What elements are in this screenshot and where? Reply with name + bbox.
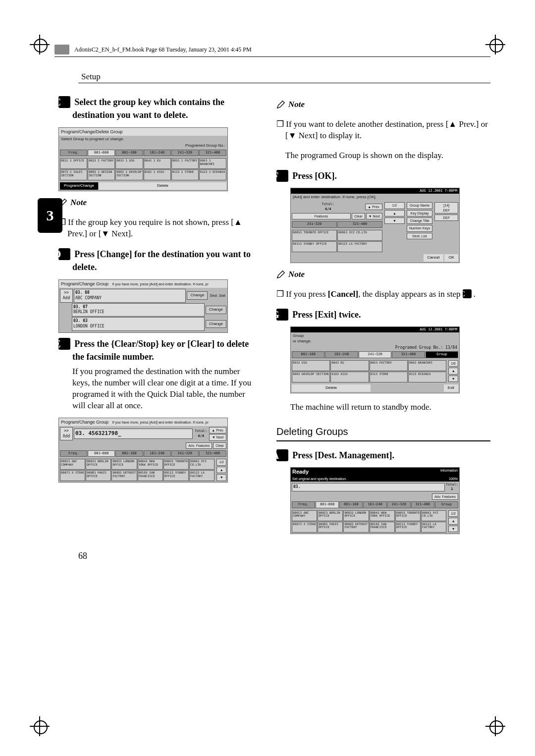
lcd5-cell[interactable]: 0033 USA (292, 360, 330, 371)
lcd4-down-button[interactable]: ▼ (384, 217, 405, 224)
lcd5-cell[interactable]: 0103 ASIA (330, 372, 369, 382)
lcd6-tab[interactable]: 161~240 (363, 501, 386, 508)
lcd3-cell[interactable]: 00123 LA FACTORY (189, 470, 214, 481)
lcd1-cell[interactable]: 0113 1 STORE (171, 169, 199, 180)
lcd4-key-display-button[interactable]: Key Display (407, 210, 433, 216)
lcd5-tab[interactable]: 321~400 (392, 351, 425, 358)
lcd1-program-change-button[interactable]: Program/Change (60, 182, 98, 190)
lcd4-up-button[interactable]: ▲ (384, 210, 405, 216)
lcd4-tab[interactable]: 241~320 (292, 221, 337, 227)
lcd1-cell[interactable]: 0033 1 USA (115, 158, 143, 169)
lcd3-next-button[interactable]: ▼ Next (209, 434, 226, 440)
lcd5-cell[interactable]: 0113 STORE (370, 372, 408, 382)
lcd5-tab-group[interactable]: Group (426, 351, 458, 358)
lcd3-cell[interactable]: 00063 XYZ CO.LTD (189, 459, 214, 470)
lcd2-change-button[interactable]: Change (187, 291, 208, 300)
lcd1-delete-button[interactable]: Delete (99, 182, 226, 190)
lcd5-cell[interactable]: 0043 EU (330, 360, 369, 371)
lcd4-ok-button[interactable]: OK (444, 254, 458, 262)
lcd1-cell[interactable]: 0073 1 SALES SECTION (60, 169, 87, 180)
lcd3-prev-button[interactable]: ▲ Prev. (209, 427, 226, 433)
lcd6-cell[interactable]: 00123 LA FACTORY (421, 522, 446, 533)
lcd3-number-field[interactable]: 03. 456321798_ (74, 429, 193, 439)
lcd2-add-button[interactable]: >> Add (60, 289, 73, 303)
lcd3-cell[interactable]: 00033 LONDON OFFICE (111, 459, 137, 470)
lcd4-next-button[interactable]: ▼ Next (366, 213, 382, 219)
lcd5-down-button[interactable]: ▼ (448, 376, 458, 382)
lcd1-tab-1[interactable]: 001~080 (88, 150, 115, 156)
lcd4-dest-list-button[interactable]: Dest. List (407, 233, 433, 239)
lcd6-up-button[interactable]: ▲ (448, 518, 458, 524)
lcd2-change-button[interactable]: Change (206, 306, 226, 314)
lcd5-up-button[interactable]: ▲ (448, 368, 458, 374)
lcd3-clear-button[interactable]: Clear (213, 442, 226, 449)
lcd5-cell[interactable]: 0053 FACTORY (370, 360, 408, 371)
lcd1-cell[interactable]: 0011 2 OFFICE (60, 158, 87, 169)
lcd5-cell[interactable]: 0063 BRANCHES (408, 360, 446, 371)
lcd6-cell[interactable]: 00083 PARIS OFFICE (318, 522, 343, 533)
lcd5-tab[interactable]: 081~160 (292, 351, 324, 358)
lcd6-down-button[interactable]: ▼ (448, 526, 458, 532)
lcd6-cell[interactable]: 00013 ABC COMPANY (292, 510, 317, 521)
lcd1-tab-5[interactable]: 321~400 (199, 150, 226, 156)
lcd3-tab[interactable]: 321~400 (199, 450, 226, 457)
lcd6-tab[interactable]: Group (435, 501, 458, 508)
lcd4-clear-button[interactable]: Clear (352, 213, 365, 219)
lcd3-tab[interactable]: 241~320 (171, 450, 199, 457)
lcd3-cell[interactable]: 00053 TORONTO OFFICE (163, 459, 189, 470)
lcd3-tab[interactable]: Freq. (60, 450, 87, 457)
lcd3-down-button[interactable]: ▼ (216, 474, 226, 481)
lcd4-cell[interactable]: 00113 SYDNEY OFFICE (292, 241, 337, 252)
lcd1-tab-3[interactable]: 161~240 (144, 150, 171, 156)
lcd3-adv-button[interactable]: Adv. Features (186, 442, 212, 449)
lcd4-group-name-button[interactable]: Group Name (407, 202, 433, 209)
lcd1-tab-4[interactable]: 241~320 (171, 150, 199, 156)
lcd5-cell[interactable]: 0093 DEVELOP SECTION (292, 372, 330, 382)
lcd6-adv-button[interactable]: Adv. Features (432, 493, 458, 500)
lcd3-cell[interactable]: 00023 BERLIN OFFICE (86, 459, 111, 470)
lcd4-number-keys-button[interactable]: Number Keys (407, 225, 433, 231)
lcd3-cell[interactable]: 00103 SAN FRANCISCO (138, 470, 163, 481)
lcd1-cell[interactable]: 0023 2 FACTORY (88, 158, 115, 169)
lcd3-tab[interactable]: 161~240 (144, 450, 171, 457)
lcd3-up-button[interactable]: ▲ (216, 467, 226, 473)
lcd3-cell[interactable]: 00113 SYDNEY OFFICE (163, 470, 189, 481)
lcd1-cell[interactable]: 0063 1 BRANCHES (199, 158, 226, 169)
lcd4-prev-button[interactable]: ▲ Prev. (365, 204, 382, 210)
lcd6-tab[interactable]: 321~400 (411, 501, 434, 508)
lcd4-change-title-button[interactable]: Change Title (407, 217, 433, 224)
lcd1-cell[interactable]: 0043 1 EU (144, 158, 171, 169)
lcd6-cell[interactable]: 00043 NEW YORK OFFICE (370, 510, 395, 521)
lcd6-cell[interactable]: 00023 BERLIN OFFICE (318, 510, 343, 521)
lcd6-tab[interactable]: Freq. (292, 501, 315, 508)
lcd1-cell[interactable]: 0103 1 ASIA (144, 169, 171, 180)
lcd4-cancel-button[interactable]: Cancel (424, 254, 444, 262)
lcd6-tab[interactable]: 001~080 (316, 501, 339, 508)
lcd3-tab[interactable]: 001~080 (88, 450, 115, 457)
lcd5-exit-button[interactable]: Exit (444, 384, 458, 392)
lcd1-cell[interactable]: 0093 1 DEVELOP SECTION (115, 169, 143, 180)
lcd6-cell[interactable]: 00063 XYZ CO.LTD (421, 510, 446, 521)
lcd1-tab-2[interactable]: 081~160 (115, 150, 143, 156)
lcd4-cell[interactable]: 00123 LA FACTORY (337, 241, 382, 252)
lcd4-tab[interactable]: 321~400 (337, 221, 382, 227)
lcd5-cell[interactable]: 0123 OCEANIA (408, 372, 446, 382)
lcd4-cell[interactable]: 00063 XYZ CO.LTD (337, 230, 382, 241)
lcd1-tab-freq[interactable]: Freq. (60, 150, 87, 156)
lcd3-cell[interactable]: 00043 NEW YORK OFFICE (138, 459, 163, 470)
lcd6-tab[interactable]: 241~320 (387, 501, 411, 508)
lcd4-cell[interactable]: 00053 TORONTO OFFICE (292, 230, 337, 241)
lcd3-cell[interactable]: 00013 ABC COMPANY (60, 459, 85, 470)
lcd6-cell[interactable]: 00113 SYDNEY OFFICE (395, 522, 421, 533)
lcd1-cell[interactable]: 0083 1 DESIGN SECTION (88, 169, 115, 180)
lcd6-cell[interactable]: 00053 TORONTO OFFICE (395, 510, 421, 521)
lcd5-tab[interactable]: 161~240 (325, 351, 358, 358)
lcd3-tab[interactable]: 081~160 (115, 450, 143, 457)
lcd3-cell[interactable]: 00083 PARIS OFFICE (86, 470, 111, 481)
lcd5-tab[interactable]: 241~320 (359, 351, 391, 358)
lcd3-cell[interactable]: 00073 X STORE (60, 470, 85, 481)
lcd6-cell[interactable]: 00073 X STORE (292, 522, 317, 533)
lcd6-cell[interactable]: 00093 DETROIT FACTORY (343, 522, 369, 533)
lcd3-cell[interactable]: 00093 DETROIT FACTORY (111, 470, 137, 481)
lcd6-tab[interactable]: 081~160 (339, 501, 363, 508)
